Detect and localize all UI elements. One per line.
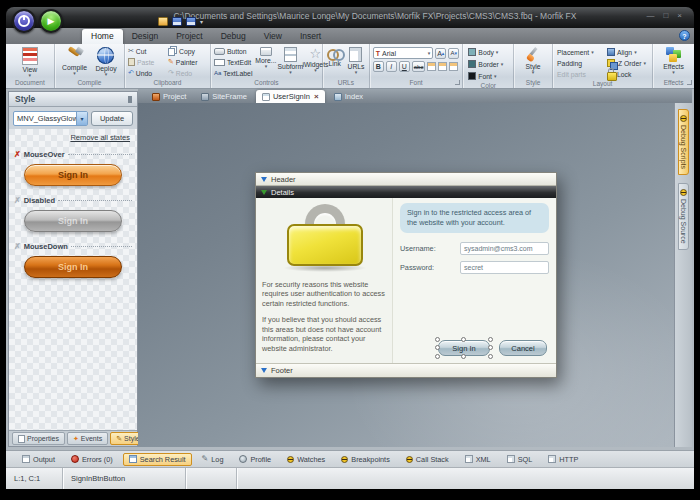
deploy-button[interactable]: Deploy ▾ [93, 46, 118, 78]
selection-handle[interactable] [435, 337, 440, 342]
more-controls-button[interactable]: More... ▾ [254, 46, 277, 78]
style-button[interactable]: Style ▾ [524, 46, 543, 78]
tab-debug-source[interactable]: Debug Source [678, 183, 689, 250]
tab-debug[interactable]: Debug [212, 29, 255, 44]
bold-button[interactable]: B [373, 61, 384, 72]
save-icon[interactable] [172, 17, 182, 26]
align-top-button[interactable] [427, 62, 436, 71]
redo-button[interactable]: ↷Redo [167, 68, 208, 78]
header-band[interactable]: Header [256, 173, 556, 186]
selection-handle[interactable] [488, 337, 493, 342]
remove-state-icon[interactable]: ✗ [14, 197, 21, 205]
footer-band[interactable]: Footer [256, 363, 556, 377]
close-tab-icon[interactable]: × [314, 92, 319, 101]
sign-in-button[interactable]: Sign In [438, 340, 490, 356]
panel-tab-events[interactable]: ✦Events [67, 432, 108, 445]
doc-tab-project[interactable]: Project [146, 90, 192, 103]
preview-button-disabled[interactable]: Sign In [24, 210, 122, 232]
save-all-icon[interactable] [186, 17, 196, 26]
body-color-button[interactable]: Body▾ [467, 47, 509, 57]
tab-home[interactable]: Home [82, 29, 123, 44]
align-button[interactable]: Align▾ [606, 47, 649, 57]
align-middle-button[interactable] [438, 62, 447, 71]
selection-handle[interactable] [435, 345, 440, 350]
font-color-button[interactable]: Font▾ [467, 71, 509, 81]
padlock-image[interactable] [283, 204, 367, 270]
style-name-select[interactable]: MNV_GlassyGlow01 ▾ [13, 111, 88, 126]
effects-button[interactable]: Effects ▾ [661, 46, 686, 78]
remove-state-icon[interactable]: ✗ [14, 151, 21, 159]
tab-output[interactable]: Output [16, 453, 61, 466]
textedit-control-button[interactable]: TextEdit [213, 57, 253, 67]
padding-button[interactable]: Padding [556, 58, 605, 68]
preview-button-mousedown[interactable]: Sign In [24, 256, 122, 278]
run-button[interactable]: ▶ [39, 9, 63, 33]
tab-http[interactable]: HTTP [542, 453, 584, 466]
power-button[interactable] [12, 9, 36, 33]
minimize-button[interactable]: — [646, 11, 654, 20]
cancel-button[interactable]: Cancel [499, 340, 547, 356]
copy-button[interactable]: Copy [167, 46, 208, 56]
cut-button[interactable]: ✂Cut [127, 46, 166, 56]
details-band[interactable]: Details [256, 186, 556, 198]
doc-tab-index[interactable]: Index [328, 90, 369, 103]
doc-tab-siteframe[interactable]: SiteFrame [195, 90, 253, 103]
design-canvas[interactable]: Header Details For security reasons this… [138, 103, 674, 447]
placement-button[interactable]: Placement▾ [556, 47, 605, 57]
tab-call-stack[interactable]: Call Stack [400, 453, 455, 466]
font-family-combo[interactable]: T Arial ▾ [373, 47, 433, 59]
tab-debug-scripts[interactable]: Debug Scripts [678, 109, 689, 175]
selection-handle[interactable] [435, 354, 440, 359]
painter-button[interactable]: ✎Painter [167, 57, 208, 67]
zorder-button[interactable]: Z Order▾ [606, 58, 649, 68]
preview-button-mouseover[interactable]: Sign In [24, 164, 122, 186]
selection-handle[interactable] [488, 354, 493, 359]
align-bottom-button[interactable] [449, 62, 458, 71]
urls-button[interactable]: URLs ▾ [345, 46, 366, 78]
collapse-arrow-icon[interactable] [261, 368, 267, 373]
tab-log[interactable]: ✎Log [196, 453, 230, 466]
lock-button[interactable]: Lock [606, 69, 649, 79]
strikethrough-button[interactable]: abc [412, 61, 426, 72]
font-dialog-launcher-icon[interactable] [455, 80, 460, 85]
undo-button[interactable]: ↶Undo [127, 68, 166, 78]
password-field[interactable]: secret [460, 261, 549, 274]
tab-profile[interactable]: Profile [233, 453, 277, 466]
tab-view[interactable]: View [255, 29, 291, 44]
open-icon[interactable] [158, 17, 168, 26]
tab-search-result[interactable]: Search Result [123, 453, 192, 466]
usersignin-form[interactable]: Header Details For security reasons this… [255, 172, 557, 378]
underline-button[interactable]: U [399, 61, 410, 72]
remove-all-states-link[interactable]: Remove all states [14, 133, 130, 142]
effects-dialog-launcher-icon[interactable] [687, 80, 692, 85]
compile-button[interactable]: Compile ▾ [60, 46, 89, 78]
tab-sql[interactable]: SQL [501, 453, 539, 466]
shrink-font-button[interactable]: A▾ [448, 48, 459, 59]
tab-insert[interactable]: Insert [291, 29, 330, 44]
remove-state-icon[interactable]: ✗ [14, 243, 21, 251]
panel-pin-icon[interactable] [128, 96, 132, 103]
edit-parts-button[interactable]: Edit parts [556, 69, 605, 79]
view-button[interactable]: View ▾ [20, 46, 40, 78]
tab-xml[interactable]: XML [459, 453, 497, 466]
tab-breakpoints[interactable]: Breakpoints [335, 453, 396, 466]
help-icon[interactable]: ? [679, 30, 690, 41]
tab-watches[interactable]: Watches [281, 453, 331, 466]
selection-handle[interactable] [461, 354, 466, 359]
maximize-button[interactable]: □ [663, 11, 668, 20]
button-control-button[interactable]: Button [213, 46, 253, 56]
selection-handle[interactable] [461, 337, 466, 342]
grow-font-button[interactable]: A▴ [435, 48, 446, 59]
username-field[interactable]: sysadmin@cms3.com [460, 242, 549, 255]
collapse-arrow-icon[interactable] [261, 190, 267, 195]
quick-access-dropdown-icon[interactable]: ▾ [200, 18, 203, 25]
close-button[interactable]: × [677, 11, 682, 20]
tab-design[interactable]: Design [123, 29, 167, 44]
paste-button[interactable]: Paste [127, 57, 166, 67]
select-dropdown-icon[interactable]: ▾ [76, 112, 87, 125]
tab-errors[interactable]: Errors (0) [65, 453, 119, 466]
tab-project[interactable]: Project [167, 29, 211, 44]
collapse-arrow-icon[interactable] [261, 177, 267, 182]
doc-tab-usersignin[interactable]: UserSignIn × [256, 90, 325, 103]
selection-handle[interactable] [488, 345, 493, 350]
